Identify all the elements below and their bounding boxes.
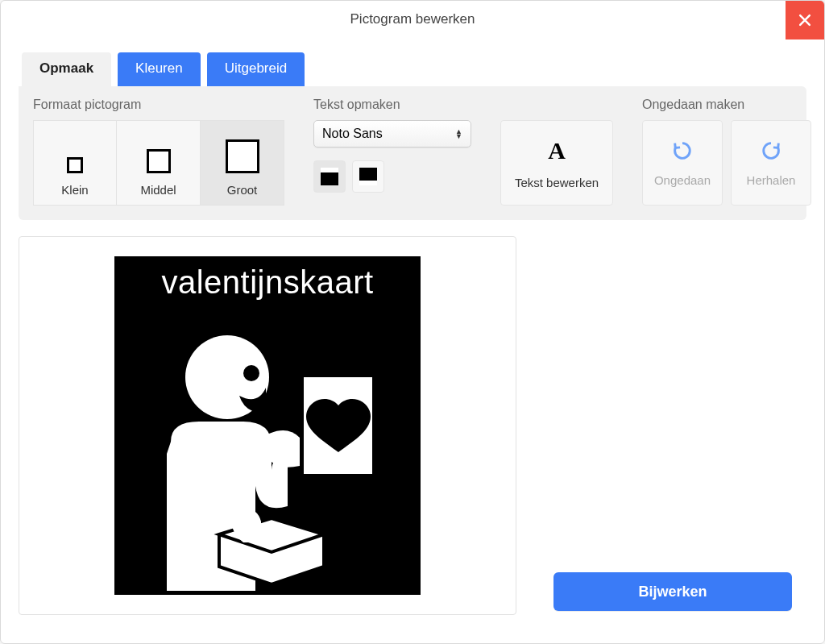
redo-label: Herhalen: [747, 173, 796, 187]
edit-text-group: A Tekst bewerken: [500, 98, 613, 206]
undo-group: Ongedaan maken Ongedaan: [642, 98, 811, 206]
svg-rect-1: [321, 168, 338, 172]
pictogram: valentijnskaart: [114, 256, 421, 595]
format-size-small-label: Klein: [61, 183, 88, 197]
pictogram-image: [114, 301, 421, 595]
pictogram-editor-dialog: Pictogram bewerken Opmaak Kleuren Uitgeb…: [0, 0, 825, 644]
dialog-content: Opmaak Kleuren Uitgebreid Formaat pictog…: [1, 38, 824, 633]
close-button[interactable]: [786, 1, 824, 39]
undo-group-title: Ongedaan maken: [642, 98, 811, 112]
letter-a-icon: A: [548, 137, 566, 164]
undo-button[interactable]: Ongedaan: [642, 120, 723, 206]
edit-text-label: Tekst bewerken: [515, 176, 599, 189]
square-icon: [226, 139, 259, 173]
format-toolbar: Formaat pictogram Klein Middel Groot: [19, 86, 806, 220]
text-format-title: Tekst opmaken: [313, 98, 471, 112]
text-top-icon: [319, 166, 340, 187]
format-size-large-label: Groot: [227, 183, 258, 197]
text-format-group: Tekst opmaken Noto Sans ▲▼: [313, 98, 471, 193]
format-size-medium[interactable]: Middel: [117, 120, 201, 206]
edit-text-button[interactable]: A Tekst bewerken: [500, 120, 613, 206]
font-select[interactable]: Noto Sans ▲▼: [313, 120, 471, 147]
undo-icon: [671, 139, 694, 162]
svg-rect-3: [359, 181, 377, 185]
dialog-title: Pictogram bewerken: [350, 11, 475, 27]
update-button[interactable]: Bijwerken: [553, 572, 792, 611]
redo-icon: [760, 139, 782, 162]
font-select-value: Noto Sans: [322, 127, 383, 141]
square-icon: [67, 157, 83, 173]
redo-button[interactable]: Herhalen: [731, 120, 811, 206]
close-icon: [797, 12, 813, 28]
pictogram-preview: valentijnskaart: [19, 236, 516, 615]
text-position-top[interactable]: [313, 160, 346, 193]
text-position-row: [313, 160, 471, 193]
format-size-title: Formaat pictogram: [33, 98, 284, 112]
undo-label: Ongedaan: [654, 173, 711, 187]
undo-row: Ongedaan Herhalen: [642, 120, 811, 206]
tab-colors[interactable]: Kleuren: [118, 52, 201, 86]
format-size-options: Klein Middel Groot: [33, 120, 284, 206]
svg-point-5: [243, 365, 259, 381]
text-bottom-icon: [358, 166, 379, 187]
format-size-large[interactable]: Groot: [201, 120, 284, 206]
preview-row: valentijnskaart: [19, 236, 806, 615]
chevron-updown-icon: ▲▼: [455, 129, 462, 139]
format-size-small[interactable]: Klein: [33, 120, 117, 206]
text-position-bottom[interactable]: [352, 160, 384, 193]
format-size-medium-label: Middel: [140, 183, 176, 197]
square-icon: [147, 149, 171, 173]
valentine-card-icon: [122, 301, 412, 591]
tabs: Opmaak Kleuren Uitgebreid: [22, 52, 806, 86]
tab-format[interactable]: Opmaak: [22, 52, 111, 86]
format-size-group: Formaat pictogram Klein Middel Groot: [33, 98, 284, 206]
pictogram-label: valentijnskaart: [161, 264, 373, 301]
tab-advanced[interactable]: Uitgebreid: [207, 52, 305, 86]
dialog-titlebar: Pictogram bewerken: [1, 1, 824, 38]
